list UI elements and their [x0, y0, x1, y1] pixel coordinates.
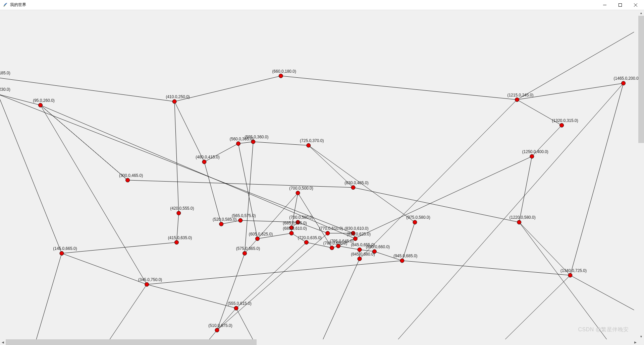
title-bar: 我的世界 — [0, 0, 644, 10]
graph-node[interactable] — [236, 142, 240, 146]
graph-edge — [85, 284, 147, 339]
graph-node[interactable] — [326, 231, 330, 235]
maximize-button[interactable] — [612, 0, 628, 10]
graph-node[interactable] — [256, 237, 260, 241]
graph-node[interactable] — [39, 103, 43, 107]
graph-node-label: (720.0,635.0) — [298, 235, 322, 240]
canvas-viewport[interactable]: 5.0,185.0)5.0,230.0)(95.0,260.0)(410.0,2… — [0, 10, 638, 339]
graph-node-label: (845.0,680.0) — [351, 252, 375, 257]
graph-node-label: (780.0,650.0) — [323, 241, 347, 246]
graph-edge — [468, 275, 570, 339]
graph-node[interactable] — [358, 257, 362, 261]
graph-edge — [306, 259, 360, 339]
graph-node[interactable] — [202, 160, 206, 164]
vertical-scrollbar[interactable]: ▲ ▼ — [638, 10, 644, 339]
graph-node[interactable] — [568, 273, 572, 277]
graph-node-label: (575.0,665.0) — [236, 246, 260, 251]
vscroll-track[interactable] — [638, 16, 644, 334]
graph-node-label: (700.0,580.0) — [289, 215, 313, 220]
graph-node-label: (1250.0,400.0) — [522, 149, 548, 154]
client-area: 5.0,185.0)5.0,230.0)(95.0,260.0)(410.0,2… — [0, 10, 644, 345]
horizontal-scrollbar[interactable]: ◀ ▶ — [0, 339, 638, 345]
scroll-left-arrow-icon[interactable]: ◀ — [0, 339, 6, 345]
graph-node-label: (95.0,260.0) — [33, 98, 55, 103]
graph-edge — [41, 105, 147, 284]
graph-node[interactable] — [330, 246, 334, 250]
graph-node[interactable] — [243, 251, 247, 255]
scroll-down-arrow-icon[interactable]: ▼ — [638, 334, 644, 339]
close-icon — [634, 3, 637, 7]
graph-edge — [519, 222, 634, 339]
graph-node[interactable] — [238, 218, 243, 222]
graph-node[interactable] — [530, 154, 534, 158]
graph-node[interactable] — [517, 220, 521, 224]
hscroll-track[interactable] — [6, 339, 633, 345]
graph-node-label: (145.0,665.0) — [53, 246, 77, 251]
graph-node-label: (945.0,685.0) — [393, 254, 417, 258]
hscroll-thumb[interactable] — [6, 339, 257, 345]
graph-edge — [360, 100, 517, 259]
graph-edge — [281, 76, 517, 100]
graph-node[interactable] — [219, 222, 223, 226]
graph-node-label: (1465.0,200.0) — [614, 76, 638, 81]
graph-canvas[interactable]: 5.0,185.0)5.0,230.0)(95.0,260.0)(410.0,2… — [0, 10, 638, 339]
graph-node[interactable] — [400, 259, 404, 263]
graph-node[interactable] — [279, 74, 283, 78]
graph-edge — [147, 284, 236, 308]
graph-node[interactable] — [560, 123, 564, 127]
scroll-up-arrow-icon[interactable]: ▲ — [638, 10, 644, 16]
graph-node[interactable] — [353, 237, 357, 241]
graph-node-label: 5.0,185.0) — [0, 71, 10, 75]
graph-node[interactable] — [177, 211, 181, 215]
graph-edge — [570, 275, 634, 310]
graph-node-label: (835.0,625.0) — [347, 232, 371, 236]
graph-node[interactable] — [358, 248, 362, 252]
scroll-right-arrow-icon[interactable]: ▶ — [633, 339, 638, 345]
graph-edge — [41, 105, 128, 180]
graph-node-label: (660.0,180.0) — [272, 69, 296, 74]
graph-node-label: (415.0,635.0) — [168, 235, 192, 240]
graph-node[interactable] — [304, 240, 308, 245]
graph-edge — [402, 261, 570, 275]
graph-node-label: (345.0,750.0) — [138, 277, 162, 282]
graph-edge — [62, 253, 147, 284]
graph-node[interactable] — [145, 282, 149, 286]
graph-node[interactable] — [174, 240, 178, 245]
graph-edge — [0, 78, 174, 101]
graph-node[interactable] — [172, 99, 176, 104]
graph-edge — [245, 142, 253, 253]
graph-node[interactable] — [622, 81, 626, 85]
graph-node[interactable] — [60, 251, 64, 255]
graph-edge — [179, 330, 217, 339]
graph-node-label: (420.0,555.0) — [170, 206, 194, 211]
graph-node-label: (555.0,815.0) — [227, 301, 251, 306]
graph-node-label: (700.0,500.0) — [289, 186, 313, 191]
vscroll-thumb[interactable] — [638, 16, 644, 143]
offscreen-edges-layer — [25, 32, 634, 339]
graph-node[interactable] — [296, 191, 300, 195]
graph-edge — [25, 253, 62, 339]
window-controls — [597, 0, 643, 10]
graph-node-label: (685.0,610.0) — [283, 226, 307, 231]
app-icon — [3, 2, 8, 8]
graph-node[interactable] — [413, 220, 417, 224]
graph-edge — [0, 94, 353, 233]
close-button[interactable] — [628, 0, 643, 10]
graph-node-label: (880.0,660.0) — [366, 245, 390, 249]
graph-edge — [217, 233, 328, 330]
graph-node-label: (975.0,580.0) — [406, 215, 430, 220]
minimize-button[interactable] — [597, 0, 612, 10]
graph-edge — [147, 261, 402, 284]
graph-node-label: (1220.0,580.0) — [509, 215, 536, 220]
graph-node[interactable] — [515, 98, 519, 102]
graph-node-label: (1340.0,725.0) — [560, 268, 587, 273]
graph-node[interactable] — [126, 178, 130, 182]
graph-node[interactable] — [307, 143, 311, 147]
scrollbar-corner — [638, 339, 644, 345]
graph-node[interactable] — [234, 306, 238, 310]
graph-edge — [174, 76, 281, 101]
graph-node[interactable] — [289, 231, 293, 235]
graph-node[interactable] — [215, 328, 219, 332]
graph-node-label: (685.0,595.0) — [283, 221, 307, 225]
graph-node[interactable] — [351, 186, 355, 190]
